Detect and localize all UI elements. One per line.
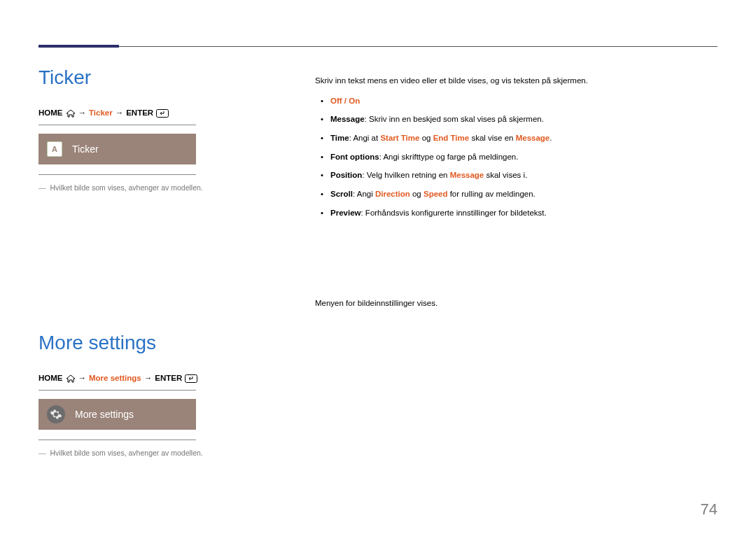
more-settings-note: Hvilket bilde som vises, avhenger av mod…	[38, 449, 287, 457]
scroll-dir: Direction	[375, 190, 410, 198]
arrow-icon: →	[78, 374, 87, 382]
time-t3: skal vise en	[469, 134, 515, 142]
divider	[38, 174, 196, 175]
ticker-nav-path: HOME → Ticker → ENTER	[38, 108, 287, 118]
left-column: Ticker HOME → Ticker → ENTER A Ticker Hv…	[38, 66, 287, 457]
ticker-tile: A Ticker	[38, 134, 196, 164]
time-t2: og	[419, 134, 433, 142]
home-icon	[66, 108, 76, 118]
more-settings-section: More settings HOME → More settings → ENT…	[38, 332, 287, 457]
enter-icon	[185, 374, 197, 383]
page-number: 74	[701, 500, 718, 519]
preview-text: : Forhåndsvis konfigurerte innstillinger…	[360, 209, 546, 217]
more-settings-intro: Menyen for bildeinnstillinger vises.	[315, 299, 707, 307]
path-home-label: HOME	[38, 374, 63, 382]
arrow-icon: →	[144, 374, 153, 382]
scroll-spd: Speed	[424, 190, 448, 198]
pos-t2: skal vises i.	[484, 171, 527, 179]
time-t4: .	[550, 134, 552, 142]
ticker-note: Hvilket bilde som vises, avhenger av mod…	[38, 183, 287, 192]
path-enter-label: ENTER	[155, 374, 182, 382]
time-start: Start Time	[380, 134, 419, 142]
pos-t1: : Velg hvilken retning en	[362, 171, 449, 179]
message-text: : Skriv inn en beskjed som skal vises på…	[365, 115, 544, 123]
message-label: Message	[330, 115, 365, 123]
ticker-intro: Skriv inn tekst mens en video eller et b…	[315, 73, 707, 88]
list-item: Time: Angi at Start Time og End Time ska…	[315, 131, 707, 146]
more-settings-nav-path: HOME → More settings → ENTER	[38, 374, 287, 383]
gear-icon	[47, 405, 65, 423]
arrow-icon: →	[78, 108, 87, 117]
ticker-heading: Ticker	[38, 66, 287, 89]
ticker-list: Off / On Message: Skriv inn en beskjed s…	[315, 94, 707, 220]
ticker-body: Skriv inn tekst mens en video eller et b…	[315, 73, 707, 225]
time-label: Time	[330, 134, 349, 142]
more-settings-note-text: Hvilket bilde som vises, avhenger av mod…	[50, 449, 203, 457]
divider	[38, 125, 196, 125]
scroll-label: Scroll	[330, 190, 353, 198]
ticker-tile-icon-letter: A	[52, 145, 57, 153]
more-settings-body: Menyen for bildeinnstillinger vises.	[315, 299, 707, 307]
path-enter-label: ENTER	[126, 108, 153, 117]
font-label: Font options	[330, 153, 379, 161]
scroll-t2: og	[410, 190, 424, 198]
list-item: Message: Skriv inn en beskjed som skal v…	[315, 112, 707, 127]
home-icon	[66, 374, 76, 383]
path-target-label: More settings	[89, 374, 141, 382]
time-msg: Message	[516, 134, 550, 142]
pos-msg: Message	[450, 171, 484, 179]
enter-icon	[156, 108, 169, 118]
ticker-note-text: Hvilket bilde som vises, avhenger av mod…	[50, 183, 203, 192]
divider	[38, 440, 196, 440]
path-home-label: HOME	[38, 108, 63, 117]
header-rule-accent	[38, 45, 119, 48]
more-settings-heading: More settings	[38, 332, 287, 354]
time-t1: : Angi at	[349, 134, 381, 142]
list-item: Preview: Forhåndsvis konfigurerte innsti…	[315, 206, 707, 220]
scroll-t3: for rulling av meldingen.	[447, 190, 535, 198]
ticker-tile-icon: A	[47, 141, 62, 157]
header-rule	[38, 46, 718, 47]
list-item: Off / On	[315, 94, 707, 108]
arrow-icon: →	[115, 108, 124, 117]
off-on-label: Off / On	[330, 97, 360, 105]
list-item: Scroll: Angi Direction og Speed for rull…	[315, 187, 707, 202]
divider	[38, 390, 196, 391]
ticker-tile-label: Ticker	[72, 143, 99, 155]
path-target-label: Ticker	[89, 108, 113, 117]
font-text: : Angi skrifttype og farge på meldingen.	[379, 153, 519, 161]
more-settings-tile: More settings	[38, 399, 196, 430]
preview-label: Preview	[330, 209, 360, 217]
scroll-t1: : Angi	[353, 190, 375, 198]
position-label: Position	[330, 171, 362, 179]
list-item: Font options: Angi skrifttype og farge p…	[315, 150, 707, 164]
more-settings-tile-label: More settings	[75, 409, 134, 420]
time-end: End Time	[433, 134, 470, 142]
list-item: Position: Velg hvilken retning en Messag…	[315, 168, 707, 183]
